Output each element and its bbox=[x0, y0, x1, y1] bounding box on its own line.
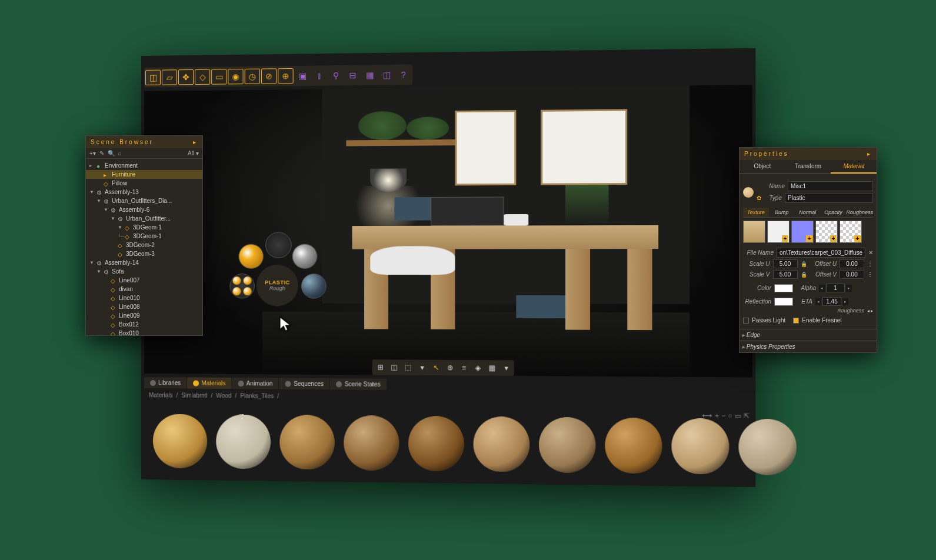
tool-sphere-icon[interactable]: ◉ bbox=[228, 69, 243, 84]
tree-item[interactable]: ◇Line008 bbox=[86, 302, 202, 311]
tree-item[interactable]: ◇divan bbox=[86, 285, 202, 294]
panel-title-bar[interactable]: Properties ▸ bbox=[740, 148, 877, 160]
breadcrumb-item[interactable]: Planks_Tiles bbox=[240, 392, 274, 399]
scaleu-input[interactable] bbox=[773, 259, 798, 268]
texture-swatch-opacity[interactable]: + bbox=[815, 221, 838, 243]
radial-option[interactable] bbox=[301, 274, 327, 298]
type-input[interactable] bbox=[785, 193, 873, 203]
tree-item[interactable]: ◇3DGeom-2 bbox=[86, 241, 202, 249]
vt-btn[interactable]: ⊕ bbox=[444, 362, 456, 374]
filter-dropdown[interactable]: All ▾ bbox=[188, 150, 199, 156]
tree-item[interactable]: ◇Line007 bbox=[86, 276, 202, 285]
tool-cube-icon[interactable]: ◇ bbox=[195, 69, 210, 85]
tool-bracket-icon[interactable]: ⫿ bbox=[311, 68, 327, 84]
spin-up[interactable]: ▸ bbox=[842, 298, 848, 305]
collapse-icon[interactable]: ▸ bbox=[867, 151, 872, 157]
tool-help-icon[interactable]: ? bbox=[395, 67, 411, 83]
tree-item[interactable]: ▼⚙Urban_Outfitters_Dia... bbox=[86, 196, 202, 205]
tool-folder-icon[interactable]: ▱ bbox=[162, 69, 177, 85]
material-sphere[interactable] bbox=[344, 415, 399, 471]
spin-up[interactable]: ▸ bbox=[846, 285, 852, 292]
spin-down[interactable]: ◂ bbox=[819, 285, 825, 292]
spin-icon[interactable]: ◂ ▸ bbox=[867, 308, 873, 314]
name-input[interactable] bbox=[788, 181, 873, 191]
texture-swatch-diffuse[interactable] bbox=[743, 221, 765, 243]
material-sphere[interactable] bbox=[671, 418, 729, 475]
viewport-3d[interactable]: PLASTIC Rough bbox=[144, 85, 752, 377]
bottom-tab-libraries[interactable]: Libraries bbox=[144, 377, 186, 389]
tree-item[interactable]: ◇3DGeom-3 bbox=[86, 249, 202, 258]
options-icon[interactable]: ⋮ bbox=[867, 271, 873, 278]
radial-option[interactable] bbox=[292, 244, 318, 269]
options-icon[interactable]: ⋮ bbox=[867, 261, 873, 267]
breadcrumb-item[interactable]: Materials bbox=[149, 392, 173, 398]
offsetv-input[interactable] bbox=[840, 270, 864, 279]
tree-item[interactable]: ▼⚙Sofa bbox=[86, 267, 202, 276]
tree-item[interactable]: ◇Line010 bbox=[86, 294, 202, 302]
vt-btn[interactable]: ◫ bbox=[388, 361, 401, 373]
radial-option[interactable] bbox=[229, 274, 254, 298]
breadcrumb-item[interactable]: Simlabmtl bbox=[181, 392, 207, 399]
texture-tab-roughness[interactable]: Roughness bbox=[846, 208, 873, 217]
section-physics[interactable]: Physics Properties bbox=[740, 341, 877, 352]
vt-btn[interactable]: ▾ bbox=[500, 362, 512, 374]
scalev-input[interactable] bbox=[773, 270, 798, 279]
collapse-icon[interactable]: ▸ bbox=[193, 139, 198, 145]
tree-item[interactable]: ▸Furniture bbox=[86, 170, 202, 179]
tool-grid1-icon[interactable]: ⊟ bbox=[345, 68, 361, 84]
bottom-tab-scene states[interactable]: Scene States bbox=[330, 378, 387, 390]
properties-tab-object[interactable]: Object bbox=[740, 160, 785, 174]
lock-icon[interactable]: 🔒 bbox=[801, 261, 807, 267]
tree-item[interactable]: ◇Line009 bbox=[86, 311, 202, 320]
tree-item[interactable]: ▼⚙Assembly-14 bbox=[86, 258, 202, 267]
settings-icon[interactable]: ✿ bbox=[757, 195, 761, 201]
breadcrumb-item[interactable]: Wood bbox=[216, 392, 231, 399]
texture-tab-bump[interactable]: Bump bbox=[769, 208, 795, 217]
tool-slash-icon[interactable]: ⊘ bbox=[261, 68, 277, 84]
search-icon[interactable]: 🔍 bbox=[108, 150, 115, 156]
material-sphere[interactable] bbox=[605, 418, 662, 474]
tool-360-icon[interactable]: ▣ bbox=[295, 68, 310, 84]
tool-move-icon[interactable]: ✥ bbox=[178, 69, 194, 85]
bottom-tab-animation[interactable]: Animation bbox=[232, 378, 278, 389]
tree-item[interactable]: └─◇3DGeom-1 bbox=[86, 232, 202, 241]
material-sphere[interactable] bbox=[408, 416, 464, 472]
vt-btn[interactable]: ▦ bbox=[486, 362, 498, 374]
filename-input[interactable] bbox=[777, 248, 865, 258]
tree-item[interactable]: ▸●Environment bbox=[86, 161, 202, 170]
material-sphere[interactable] bbox=[474, 416, 530, 472]
tree-item[interactable]: ◇Box012 bbox=[86, 320, 202, 329]
tool-rect-icon[interactable]: ▭ bbox=[211, 69, 226, 84]
bottom-tab-sequences[interactable]: Sequences bbox=[279, 378, 329, 390]
texture-swatch-roughness[interactable]: + bbox=[840, 221, 862, 243]
edit-icon[interactable]: ✎ bbox=[99, 150, 104, 156]
tool-globe-icon[interactable]: ⊕ bbox=[278, 68, 293, 84]
tree-item[interactable]: ▼⚙Assembly-6 bbox=[86, 205, 202, 214]
properties-tab-material[interactable]: Material bbox=[831, 160, 877, 174]
tree-item[interactable]: ◇Pillow bbox=[86, 179, 202, 188]
lock-icon[interactable]: 🔒 bbox=[801, 272, 807, 278]
texture-tab-normal[interactable]: Normal bbox=[795, 208, 821, 217]
radial-option[interactable] bbox=[265, 232, 292, 258]
offsetu-input[interactable] bbox=[840, 259, 864, 268]
tool-grid2-icon[interactable]: ▦ bbox=[362, 67, 378, 83]
texture-tab-texture[interactable]: Texture bbox=[743, 208, 769, 217]
vt-btn[interactable]: ≡ bbox=[458, 362, 470, 374]
spin-down[interactable]: ◂ bbox=[815, 298, 821, 305]
material-sphere[interactable] bbox=[153, 414, 207, 468]
vt-btn[interactable]: ↖ bbox=[430, 362, 442, 374]
texture-swatch-bump[interactable]: + bbox=[767, 221, 790, 243]
panel-title-bar[interactable]: Scene Browser ▸ bbox=[86, 136, 202, 148]
vt-btn[interactable]: ▾ bbox=[416, 362, 428, 374]
section-edge[interactable]: Edge bbox=[740, 329, 877, 341]
material-sphere[interactable] bbox=[216, 414, 271, 469]
tree-item[interactable]: ▼⚙Urban_Outfitter... bbox=[86, 214, 202, 223]
add-icon[interactable]: +▾ bbox=[89, 150, 96, 156]
color-swatch[interactable] bbox=[774, 284, 793, 292]
vt-btn[interactable]: ◈ bbox=[472, 362, 484, 374]
clear-icon[interactable]: ✕ bbox=[868, 249, 873, 256]
tool-pin-icon[interactable]: ⚲ bbox=[328, 68, 344, 84]
vt-btn[interactable]: ⊞ bbox=[374, 361, 387, 373]
reflection-swatch[interactable] bbox=[774, 298, 793, 306]
fresnel-checkbox[interactable] bbox=[793, 318, 799, 324]
